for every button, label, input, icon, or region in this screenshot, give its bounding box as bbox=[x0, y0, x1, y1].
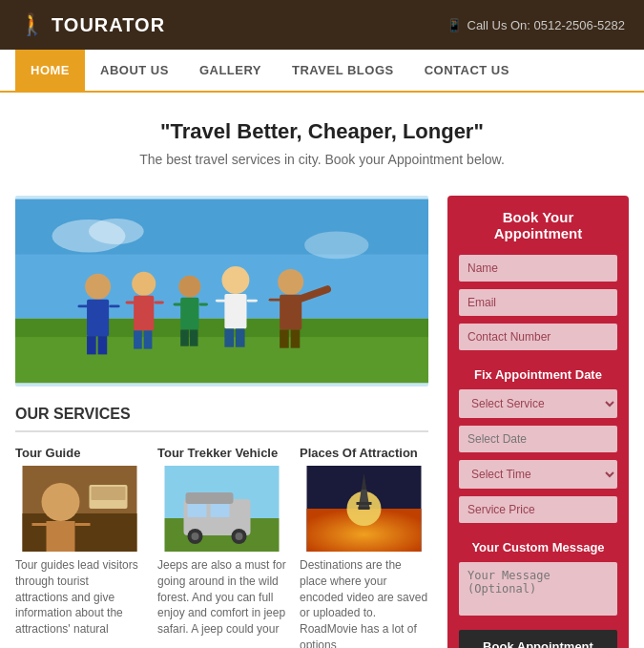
svg-rect-54 bbox=[211, 504, 230, 517]
svg-rect-38 bbox=[23, 513, 137, 552]
services-section: OUR SERVICES Tour Guide bbox=[15, 406, 428, 648]
svg-rect-9 bbox=[77, 304, 89, 307]
appointment-form: Book Your Appointment Fix Appointment Da… bbox=[447, 196, 629, 648]
left-panel: OUR SERVICES Tour Guide bbox=[15, 196, 428, 648]
nav-item-about[interactable]: ABOUT US bbox=[85, 50, 184, 91]
contact-input[interactable] bbox=[459, 324, 617, 350]
email-input[interactable] bbox=[459, 289, 617, 316]
svg-rect-11 bbox=[87, 336, 96, 354]
svg-rect-27 bbox=[216, 300, 227, 303]
svg-rect-48 bbox=[186, 492, 234, 504]
name-input[interactable] bbox=[459, 255, 617, 282]
nav-item-home[interactable]: HOME bbox=[15, 50, 85, 91]
service-image-3 bbox=[300, 466, 428, 552]
svg-point-31 bbox=[278, 269, 303, 295]
form-title: Book Your Appointment bbox=[459, 209, 617, 241]
svg-rect-30 bbox=[236, 328, 245, 346]
svg-rect-35 bbox=[280, 329, 289, 347]
svg-rect-24 bbox=[190, 329, 198, 345]
service-item-2: Tour Trekker Vehicle bbox=[157, 446, 286, 648]
svg-rect-8 bbox=[87, 300, 109, 336]
svg-point-50 bbox=[192, 533, 199, 540]
nav-item-blogs[interactable]: TRAVEL BLOGS bbox=[277, 50, 409, 91]
hero-subtitle: The best travel services in city. Book y… bbox=[19, 152, 625, 167]
svg-point-3 bbox=[89, 219, 144, 244]
hero-image bbox=[15, 196, 428, 387]
svg-point-25 bbox=[222, 266, 250, 294]
nav-item-contact[interactable]: CONTACT US bbox=[409, 50, 525, 91]
svg-rect-22 bbox=[198, 303, 208, 306]
message-input[interactable] bbox=[459, 562, 617, 616]
svg-rect-44 bbox=[92, 487, 126, 500]
service-desc-1: Tour guides lead visitors through touris… bbox=[15, 557, 144, 638]
main-nav: HOME ABOUT US GALLERY TRAVEL BLOGS CONTA… bbox=[0, 50, 644, 93]
logo-text: TOURATOR bbox=[52, 14, 165, 36]
phone-icon: 📱 bbox=[447, 18, 462, 32]
services-title: OUR SERVICES bbox=[15, 406, 428, 432]
site-header: 🚶 TOURATOR 📱 Call Us On: 0512-2506-5282 bbox=[0, 0, 644, 50]
svg-rect-10 bbox=[109, 304, 120, 307]
svg-rect-12 bbox=[98, 336, 108, 354]
service-price-input[interactable] bbox=[459, 496, 617, 523]
service-item-3: Places Of Attraction bbox=[300, 446, 428, 648]
svg-rect-23 bbox=[180, 329, 189, 345]
svg-rect-17 bbox=[134, 330, 142, 348]
service-item-1: Tour Guide Tour guides bbox=[15, 446, 144, 648]
hero-title: "Travel Better, Cheaper, Longer" bbox=[19, 119, 625, 144]
svg-rect-26 bbox=[224, 294, 246, 329]
select-service[interactable]: Select Service Tour Guide Tour Trekker V… bbox=[459, 389, 617, 418]
service-name-2: Tour Trekker Vehicle bbox=[157, 446, 286, 460]
svg-rect-28 bbox=[246, 300, 258, 303]
svg-point-19 bbox=[178, 276, 200, 298]
svg-rect-18 bbox=[144, 330, 153, 348]
select-time[interactable]: Select Time 9:00 AM 10:00 AM 11:00 AM 12… bbox=[459, 460, 617, 489]
hero-section: "Travel Better, Cheaper, Longer" The bes… bbox=[0, 93, 644, 177]
service-name-3: Places Of Attraction bbox=[300, 446, 428, 460]
svg-rect-40 bbox=[47, 521, 75, 552]
service-image-1 bbox=[15, 466, 144, 552]
logo: 🚶 TOURATOR bbox=[19, 12, 165, 37]
svg-rect-61 bbox=[357, 502, 372, 505]
submit-button[interactable]: Book Appointment bbox=[459, 630, 617, 648]
service-desc-2: Jeeps are also a must for going around i… bbox=[157, 557, 286, 638]
svg-point-7 bbox=[85, 274, 111, 300]
logo-icon: 🚶 bbox=[19, 12, 46, 37]
svg-rect-16 bbox=[154, 302, 164, 304]
svg-rect-53 bbox=[188, 504, 207, 517]
svg-rect-15 bbox=[125, 302, 135, 304]
svg-point-4 bbox=[304, 231, 368, 259]
svg-rect-60 bbox=[359, 507, 370, 510]
svg-rect-36 bbox=[291, 329, 301, 347]
svg-marker-59 bbox=[361, 490, 368, 509]
fix-date-label: Fix Appointment Date bbox=[459, 367, 617, 382]
svg-rect-33 bbox=[269, 299, 281, 302]
svg-point-39 bbox=[42, 483, 80, 521]
svg-rect-42 bbox=[75, 523, 91, 526]
service-name-1: Tour Guide bbox=[15, 446, 144, 460]
select-date[interactable] bbox=[459, 426, 617, 452]
svg-rect-20 bbox=[180, 298, 198, 330]
svg-point-13 bbox=[132, 272, 156, 296]
svg-rect-14 bbox=[134, 296, 154, 331]
svg-point-52 bbox=[236, 533, 243, 540]
service-desc-3: Destinations are the place where your en… bbox=[300, 557, 428, 648]
svg-rect-41 bbox=[32, 523, 48, 526]
svg-rect-21 bbox=[174, 303, 183, 306]
main-content: OUR SERVICES Tour Guide bbox=[0, 177, 644, 648]
services-grid: Tour Guide Tour guides bbox=[15, 446, 428, 648]
phone-info: 📱 Call Us On: 0512-2506-5282 bbox=[447, 18, 626, 32]
service-image-2 bbox=[157, 466, 286, 552]
svg-rect-6 bbox=[15, 319, 428, 337]
phone-label: Call Us On: 0512-2506-5282 bbox=[467, 18, 626, 32]
custom-message-label: Your Custom Message bbox=[459, 540, 617, 554]
svg-rect-29 bbox=[224, 328, 234, 346]
nav-item-gallery[interactable]: GALLERY bbox=[184, 50, 277, 91]
